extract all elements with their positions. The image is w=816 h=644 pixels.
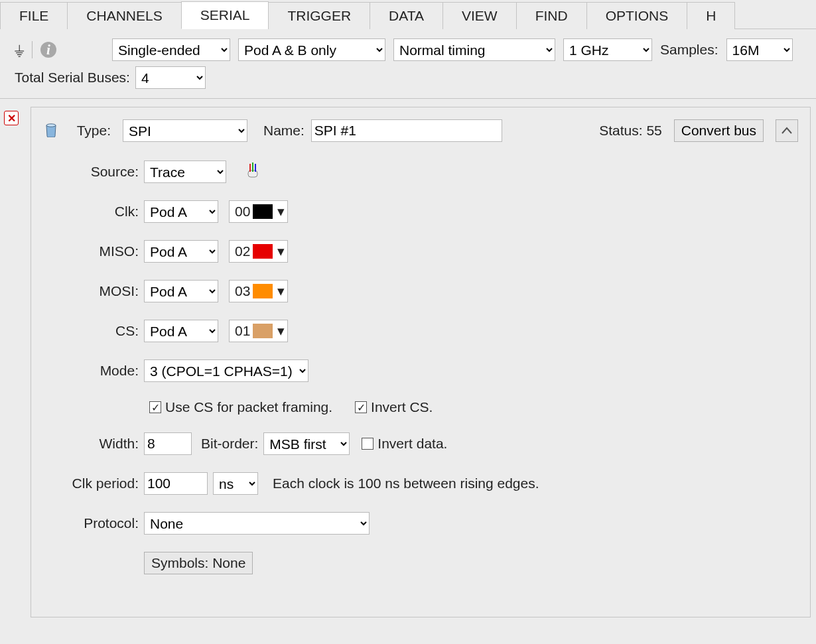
close-bus-button[interactable]: ✕ [4, 111, 19, 125]
invert-data-checkbox[interactable] [362, 438, 374, 450]
mosi-channel-value: 03 [235, 283, 250, 299]
samples-label: Samples: [660, 42, 718, 58]
bit-order-select[interactable]: MSB first [263, 432, 350, 455]
clk-channel-value: 00 [235, 204, 250, 220]
tab-trigger[interactable]: TRIGGER [268, 2, 370, 29]
tab-h[interactable]: H [687, 2, 735, 29]
pod-select[interactable]: Pod A & B only [238, 38, 385, 61]
mode-label: Mode: [43, 363, 144, 379]
bus-name-input[interactable] [311, 119, 502, 142]
miso-pod-select[interactable]: Pod A [144, 240, 218, 263]
clk-color-swatch [253, 204, 273, 219]
tab-channels[interactable]: CHANNELS [67, 2, 181, 29]
protocol-label: Protocol: [43, 515, 144, 531]
chevron-down-icon: ▾ [275, 323, 286, 339]
use-cs-framing-checkbox[interactable] [149, 401, 161, 413]
mosi-channel-select[interactable]: 03 ▾ [229, 280, 288, 302]
miso-color-swatch [253, 244, 273, 259]
serial-bus-panel: Type: SPI Name: Status: 55 Convert bus S… [31, 107, 811, 617]
type-label: Type: [74, 123, 116, 139]
bus-status-label: Status: 55 [599, 123, 662, 139]
tab-data[interactable]: DATA [370, 2, 443, 29]
width-label: Width: [43, 436, 144, 452]
source-label: Source: [43, 164, 144, 180]
sample-rate-select[interactable]: 1 GHz [563, 38, 652, 61]
clk-period-note: Each clock is 100 ns between rising edge… [273, 476, 539, 491]
convert-bus-button[interactable]: Convert bus [674, 119, 764, 142]
mosi-pod-select[interactable]: Pod A [144, 280, 218, 302]
miso-channel-value: 02 [235, 243, 250, 259]
samples-select[interactable]: 16M [726, 38, 793, 61]
bit-order-label: Bit-order: [201, 436, 258, 452]
palette-icon[interactable] [245, 161, 261, 183]
chevron-down-icon: ▾ [275, 204, 286, 220]
clk-period-input[interactable] [144, 472, 208, 495]
mosi-label: MOSI: [43, 283, 144, 299]
collapse-bus-button[interactable] [776, 119, 798, 142]
total-buses-label: Total Serial Buses: [15, 70, 130, 86]
tab-find[interactable]: FIND [516, 2, 587, 29]
chevron-down-icon: ▾ [275, 243, 286, 259]
clk-label: Clk: [43, 204, 144, 220]
probe-icon: ⏚ [15, 40, 24, 59]
tab-view[interactable]: VIEW [442, 2, 517, 29]
toolbar-row-2: Total Serial Buses: 4 [0, 66, 816, 99]
bus-type-select[interactable]: SPI [123, 119, 247, 142]
tab-options[interactable]: OPTIONS [586, 2, 688, 29]
width-input[interactable] [144, 432, 192, 455]
clk-period-unit-select[interactable]: ns [213, 472, 258, 495]
name-label: Name: [263, 123, 305, 139]
trash-icon[interactable] [43, 121, 59, 141]
symbols-button[interactable]: Symbols: None [144, 552, 253, 574]
spi-mode-select[interactable]: 3 (CPOL=1 CPHAS=1) [144, 359, 308, 382]
tab-bar: FILE CHANNELS SERIAL TRIGGER DATA VIEW F… [0, 0, 816, 29]
cs-channel-value: 01 [235, 323, 250, 339]
mosi-color-swatch [253, 284, 273, 298]
chevron-down-icon: ▾ [275, 283, 286, 299]
source-select[interactable]: Trace [144, 161, 226, 183]
tab-file[interactable]: FILE [0, 2, 68, 29]
clk-pod-select[interactable]: Pod A [144, 200, 218, 223]
signal-mode-select[interactable]: Single-ended [112, 38, 230, 61]
cs-color-swatch [253, 324, 273, 338]
clk-channel-select[interactable]: 00 ▾ [229, 200, 288, 223]
clk-period-label: Clk period: [43, 476, 144, 491]
invert-cs-label: Invert CS. [371, 399, 433, 415]
timing-select[interactable]: Normal timing [393, 38, 555, 61]
info-icon[interactable]: i [40, 42, 56, 58]
cs-channel-select[interactable]: 01 ▾ [229, 320, 288, 342]
protocol-select[interactable]: None [144, 512, 370, 535]
svg-point-0 [46, 123, 56, 126]
cs-label: CS: [43, 323, 144, 339]
invert-data-label: Invert data. [377, 436, 447, 452]
tab-serial[interactable]: SERIAL [181, 1, 269, 29]
invert-cs-checkbox[interactable] [355, 401, 367, 413]
total-buses-select[interactable]: 4 [135, 66, 206, 89]
miso-channel-select[interactable]: 02 ▾ [229, 240, 288, 263]
cs-pod-select[interactable]: Pod A [144, 320, 218, 342]
miso-label: MISO: [43, 243, 144, 259]
separator [32, 41, 33, 58]
use-cs-framing-label: Use CS for packet framing. [165, 399, 332, 415]
toolbar-row-1: ⏚ i Single-ended Pod A & B only Normal t… [0, 29, 816, 66]
